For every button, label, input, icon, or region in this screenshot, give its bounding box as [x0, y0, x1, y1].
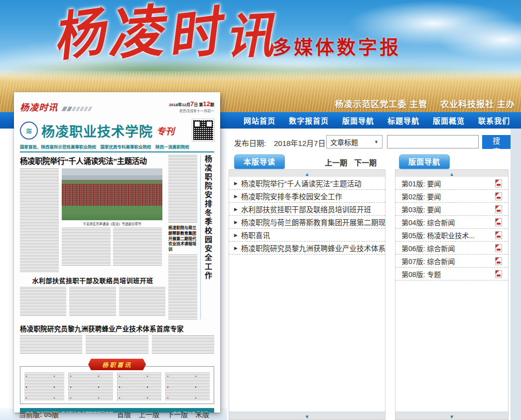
newspaper-preview[interactable]: 杨凌时讯 2018年12月7日 第12期 农历戊戌年十一月初一 ≋ 杨凌职业技术…	[14, 92, 220, 413]
paper-footer-chief: 主编: 梁红波 唐艳丽	[173, 411, 208, 413]
toc-article-title: 杨凌职院安排冬季校园安全工作	[241, 191, 342, 201]
prev-issue-link[interactable]: 上一期	[325, 157, 347, 167]
nav-item-title-navigation[interactable]: 标题导航	[388, 115, 419, 126]
pdf-icon[interactable]	[495, 257, 502, 265]
digital-newspaper-page: 杨 凌 时 讯 多媒体数字报 杨凌示范区党工委 主管农业科技报社 主办 网站首页…	[0, 0, 521, 420]
right-edge-strip	[511, 129, 521, 420]
good-news-box	[20, 366, 214, 404]
toc-tabrow: 本版导读 上一期 下一期	[229, 154, 386, 169]
page-nav-tabrow: 版面导航	[395, 154, 509, 169]
next-issue-link[interactable]: 下一期	[354, 157, 377, 167]
paper-date-line: 2018年12月7日 第12期	[169, 100, 214, 109]
body-text-placeholder	[117, 373, 161, 401]
paper-masthead-logo: 杨凌时讯	[20, 100, 58, 113]
page-nav-label: 第05版: 杨凌职业技术...	[401, 230, 475, 240]
page-nav-link[interactable]: 第01版: 要闻	[395, 177, 508, 190]
body-text-placeholder	[24, 373, 64, 401]
good-news-ribbon: 杨职喜讯	[88, 359, 146, 370]
site-title-char: 杨	[49, 5, 108, 64]
page-nav-link[interactable]: 第02版: 要闻	[395, 190, 508, 203]
toc-article-title: 杨凌职院举行“千人诵读宪法”主题活动	[241, 178, 362, 188]
search-category-select[interactable]: 文章标题 ▼	[326, 135, 383, 148]
up-arrow-icon: ▲	[449, 171, 454, 177]
nav-item-page-overview[interactable]: 版面概览	[433, 115, 465, 126]
bullet-icon: ▶	[234, 220, 238, 225]
pdf-icon[interactable]	[495, 179, 502, 187]
paper-headline-water: 水利部扶贫挂职干部及联络员培训班开班	[20, 276, 165, 285]
school-taglines: 国家首批、陕西首所示范性高等职业院校 国家优质专科高等职业院校 陕西一流高职院校	[20, 143, 214, 149]
tab-current-page-index[interactable]: 本版导读	[234, 154, 285, 169]
body-text-placeholder	[68, 373, 113, 401]
pdf-icon[interactable]	[495, 218, 502, 226]
pdf-icon[interactable]	[495, 231, 502, 239]
toc-article-title: 水利部扶贫挂职干部及联络员培训班开班	[241, 204, 371, 214]
paper-main-headline: 杨凌职院举行“千人诵读宪法”主题活动	[20, 155, 165, 166]
site-title-char: 讯	[223, 10, 274, 62]
publish-date-label: 发布日期:	[234, 138, 266, 148]
page-nav-link[interactable]: 第06版: 综合新闻	[395, 242, 508, 255]
page-nav-list: 第01版: 要闻 第02版: 要闻 第03版: 要闻 第04版: 综合新闻 第0…	[395, 177, 508, 280]
search-bar: 发布日期: 2018年12月7日 文章标题 ▼ 搜 索	[219, 129, 511, 154]
toc-article-title: 杨凌职院与荷兰朗蒂斯教育集团开展第二期现...	[241, 217, 385, 227]
page-nav-link[interactable]: 第07版: 综合新闻	[395, 255, 508, 268]
site-title-char: 时	[164, 5, 223, 64]
school-badge-icon: ≋	[20, 122, 38, 140]
search-input[interactable]	[387, 135, 479, 148]
page-nav-link[interactable]: 第08版: 专题	[395, 268, 508, 280]
body-text-placeholder	[119, 287, 165, 316]
page-nav-label: 第04版: 综合新闻	[401, 217, 455, 227]
toc-scroll-down-button[interactable]: ▼	[229, 412, 385, 420]
page-nav-scroll-down-button[interactable]: ▼	[395, 412, 508, 420]
page-nav-label: 第01版: 要闻	[401, 178, 441, 188]
paper-footer-host: 主办: 农业科技报社 杨凌职业技术学院党委宣传部	[26, 411, 113, 413]
bullet-icon: ▶	[234, 181, 238, 186]
pdf-icon[interactable]	[495, 270, 502, 278]
body-text-placeholder	[152, 335, 214, 354]
body-text-placeholder	[113, 228, 162, 266]
nav-item-contact-us[interactable]: 联系我们	[478, 115, 510, 126]
body-text-placeholder	[20, 287, 66, 316]
toc-article-link[interactable]: ▶杨凌职院安排冬季校园安全工作	[229, 190, 385, 203]
body-text-placeholder	[20, 335, 82, 354]
page-nav-link[interactable]: 第03版: 要闻	[395, 203, 508, 216]
nav-item-epaper-home[interactable]: 数字报首页	[289, 115, 329, 126]
toc-article-link[interactable]: ▶水利部扶贫挂职干部及联络员培训班开班	[229, 203, 385, 216]
paper-vertical-headline: 杨凌职院安排冬季校园安全工作	[203, 155, 213, 319]
page-nav-link[interactable]: 第05版: 杨凌职业技术...	[395, 229, 508, 242]
page-nav-column: 版面导航 ▲ 第01版: 要闻 第02版: 要闻 第03版: 要闻 第04版: …	[395, 154, 509, 420]
pdf-icon[interactable]	[495, 205, 502, 213]
pdf-icon[interactable]	[495, 244, 502, 252]
search-button[interactable]: 搜 索	[482, 135, 511, 149]
toc-article-link[interactable]: ▶杨凌职院举行“千人诵读宪法”主题活动	[229, 177, 385, 190]
body-text-placeholder	[86, 335, 148, 354]
page-nav-scroll-up-button[interactable]: ▲	[395, 170, 508, 177]
toc-article-link[interactable]: ▶杨凌职院研究员黎九洲获聘蜂业产业技术体系...	[229, 242, 385, 255]
nav-item-page-navigation[interactable]: 版面导航	[342, 115, 374, 126]
body-text-placeholder	[168, 255, 197, 319]
paper-headline-bee: 杨凌职院研究员黎九洲获聘蜂业产业技术体系首席专家	[20, 323, 214, 333]
toc-article-link[interactable]: ▶杨凌职院与荷兰朗蒂斯教育集团开展第二期现...	[229, 216, 385, 229]
page-nav-link[interactable]: 第04版: 综合新闻	[395, 216, 508, 229]
crowd-photo	[62, 168, 162, 220]
nav-item-site-home[interactable]: 网站首页	[244, 115, 275, 126]
bullet-icon: ▶	[234, 194, 238, 199]
bullet-icon: ▶	[234, 207, 238, 212]
issue-links: 上一期 下一期	[325, 157, 377, 167]
qr-code	[192, 119, 214, 141]
toc-article-link[interactable]: ▶杨职喜讯	[229, 229, 385, 242]
toc-list: ▶杨凌职院举行“千人诵读宪法”主题活动 ▶杨凌职院安排冬季校园安全工作 ▶水利部…	[229, 177, 385, 255]
page-nav-label: 第02版: 要闻	[401, 191, 441, 201]
tab-page-navigation[interactable]: 版面导航	[399, 154, 450, 169]
site-title: 杨 凌 时 讯	[52, 4, 281, 60]
down-arrow-icon: ▼	[305, 414, 310, 420]
page-nav-panel: ▲ 第01版: 要闻 第02版: 要闻 第03版: 要闻 第04版: 综合新闻 …	[395, 169, 509, 420]
sponsor-line: 杨凌示范区党工委 主管农业科技报社 主办	[335, 97, 515, 110]
sponsor-supervisor: 杨凌示范区党工委 主管	[335, 100, 428, 109]
down-arrow-icon: ▼	[449, 414, 454, 420]
pdf-icon[interactable]	[495, 192, 502, 200]
search-category-value: 文章标题	[330, 137, 358, 147]
publish-date-value: 2018年12月7日	[274, 138, 325, 148]
page-nav-label: 第03版: 要闻	[401, 204, 441, 214]
paper-footer: 主办: 农业科技报社 杨凌职业技术学院党委宣传部 协办:《杨凌时讯》编辑部 主编…	[20, 408, 214, 413]
toc-scroll-up-button[interactable]: ▲	[229, 170, 385, 177]
